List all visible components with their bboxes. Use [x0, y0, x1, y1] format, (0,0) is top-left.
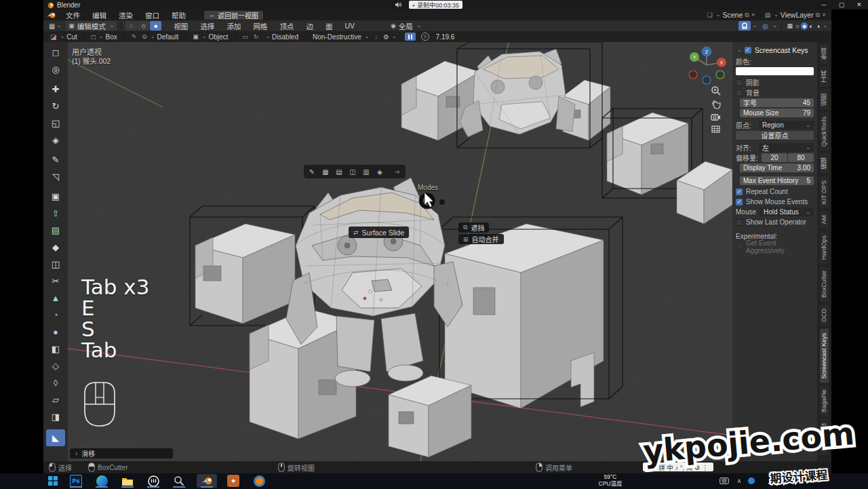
mirror-icon[interactable]: ↻	[251, 32, 262, 41]
tool-inset[interactable]: ▤	[46, 222, 65, 239]
mode-select-dropdown[interactable]: Non-Destructive ⌄	[310, 32, 372, 41]
float-bisect-icon[interactable]: ◫	[347, 166, 359, 177]
monitor-icon[interactable]: ▭	[239, 32, 251, 41]
taskbar-photoshop[interactable]: Ps	[68, 474, 84, 488]
background-checkbox[interactable]	[736, 90, 743, 96]
tool-move[interactable]: ✚	[46, 81, 65, 98]
menu-select[interactable]: 选择	[194, 21, 220, 31]
screencast-keys-enable-checkbox[interactable]: ✓	[745, 47, 751, 54]
proportional-edit-toggle[interactable]: ◎	[760, 21, 771, 31]
taskbar-search-app[interactable]	[171, 474, 187, 488]
tool-edge-slide[interactable]: ◧	[46, 340, 65, 357]
tab-screencast-keys[interactable]: Screencast Keys	[820, 329, 829, 383]
shape-dropdown[interactable]: □ ⌄ Box	[89, 32, 120, 41]
vertex-select-button[interactable]: ∴	[125, 21, 137, 31]
tool-scale[interactable]: ◱	[46, 115, 65, 132]
tool-knife[interactable]: ✂	[46, 273, 65, 290]
taskbar-blender[interactable]	[197, 474, 217, 488]
tab-view[interactable]: 视图	[820, 90, 829, 110]
cut-tool-dropdown[interactable]: ◪ ⌄ Cut	[47, 32, 80, 41]
shading-solid-button[interactable]: ●	[801, 22, 808, 30]
repeat-count-checkbox[interactable]: ✓	[736, 189, 743, 195]
download-icon[interactable]: ↓	[372, 32, 380, 41]
align-dropdown[interactable]: 左⌄	[759, 143, 814, 152]
scene-selector[interactable]: ❏ ⌄ Scene ⧉ ✕	[707, 11, 755, 19]
face-select-button[interactable]: ■	[150, 21, 161, 31]
show-last-operator-checkbox[interactable]	[736, 219, 743, 226]
tab-machin3[interactable]: MACHIN3	[820, 419, 829, 455]
tab-hardops[interactable]: HardOps	[820, 231, 829, 264]
menu-face[interactable]: 面	[319, 21, 339, 31]
display-time-slider[interactable]: Display Time3.00	[740, 163, 814, 172]
tab-edit[interactable]: 编辑	[820, 153, 829, 174]
auto-merge-toggle[interactable]: ⊞ 自动合并	[458, 234, 504, 244]
menu-edit[interactable]: 编辑	[86, 10, 113, 20]
max-event-history-field[interactable]: Max Event History5	[740, 176, 814, 185]
tab-am[interactable]: AM	[820, 211, 829, 229]
copy-icon[interactable]: ⧉	[816, 12, 820, 19]
float-checker-icon[interactable]: ▦	[319, 166, 332, 177]
offset-x-field[interactable]: 20	[762, 153, 787, 162]
get-event-aggressively-checkbox[interactable]	[736, 243, 743, 250]
tool-extrude[interactable]: ⇧	[46, 205, 65, 222]
tab-tool[interactable]: 工具	[820, 66, 829, 87]
set-origin-button[interactable]: 设置原点	[736, 131, 814, 140]
draw-icon[interactable]: ✎	[129, 32, 140, 41]
navigation-gizmo[interactable]: X Y Z	[685, 45, 728, 88]
shading-wireframe-button[interactable]: ○	[794, 22, 801, 30]
minimize-button[interactable]: ─	[815, 0, 833, 9]
ime-toolbar[interactable]: CK 拼 中 ♪ °, 简 ⚙ ⋮	[643, 463, 713, 471]
menu-help[interactable]: 帮助	[165, 10, 192, 20]
tray-blue-icon[interactable]	[743, 474, 760, 488]
menu-file[interactable]: 文件	[60, 10, 86, 20]
tab-boxcutter[interactable]: BoxCutter	[820, 267, 829, 302]
zoom-view-icon[interactable]	[711, 85, 721, 97]
tab-bagapie[interactable]: BagaPie	[820, 385, 829, 416]
tool-poly-build[interactable]: ▲	[46, 290, 65, 307]
editor-type-button[interactable]: ▦ ⌄	[46, 21, 64, 31]
menu-uv[interactable]: UV	[338, 22, 361, 30]
taskbar-blue-c-app[interactable]	[251, 474, 267, 488]
maximize-button[interactable]: ▢	[833, 0, 850, 9]
menu-render[interactable]: 渲染	[113, 10, 139, 20]
tool-annotate[interactable]: ✎	[46, 151, 65, 168]
perspective-toggle-icon[interactable]	[711, 125, 721, 135]
tool-active[interactable]: ◣	[46, 429, 65, 446]
tab-ocd[interactable]: OCD	[820, 305, 829, 326]
tool-loop-cut[interactable]: ◫	[46, 256, 65, 273]
tool-smooth[interactable]: ●	[46, 324, 65, 340]
show-mouse-events-checkbox[interactable]: ✓	[736, 199, 743, 206]
taskbar-orange-app[interactable]: ✦	[225, 474, 241, 488]
menu-vertex[interactable]: 顶点	[273, 21, 300, 31]
tool-transform[interactable]: ◈	[46, 132, 65, 149]
font-size-slider[interactable]: 字号45	[740, 98, 814, 107]
unlink-icon[interactable]: ✕	[751, 12, 755, 18]
gear-icon[interactable]: ⚙ ⌄	[380, 32, 399, 41]
menu-mesh[interactable]: 网格	[247, 21, 273, 31]
menu-view[interactable]: 视图	[167, 21, 194, 31]
mouse-mode-dropdown[interactable]: Hold Status⌄	[760, 208, 814, 216]
tool-select-box[interactable]: ◻	[46, 44, 65, 61]
tab-item[interactable]: 条目	[820, 43, 829, 64]
float-sample-icon[interactable]: ▥	[360, 166, 372, 177]
shading-material-button[interactable]: ◐	[808, 22, 814, 30]
transform-orientation-dropdown[interactable]: ◉ 全局 ⌄	[388, 21, 425, 31]
viewlayer-selector[interactable]: ▤ ⌄ ViewLayer ⧉ ✕	[765, 11, 826, 19]
start-button[interactable]	[45, 474, 61, 488]
shading-rendered-button[interactable]: ◑	[814, 22, 821, 30]
menu-edge[interactable]: 边	[300, 21, 319, 31]
pause-button[interactable]	[405, 33, 416, 41]
origin-dropdown[interactable]: Region⌄	[759, 121, 814, 130]
falloff-dropdown[interactable]: ⊙ ⌄ Default	[139, 32, 181, 41]
orientation-target-dropdown[interactable]: ▣ ⌄ Object	[190, 32, 231, 41]
copy-icon[interactable]: ⧉	[745, 12, 749, 19]
snap-toggle[interactable]	[738, 21, 751, 31]
menu-add[interactable]: 添加	[220, 21, 247, 31]
close-button[interactable]: ✕	[850, 0, 868, 9]
edge-select-button[interactable]: ◇	[138, 21, 149, 31]
float-region-icon[interactable]: ◈	[374, 166, 386, 177]
float-annotate-icon[interactable]: ✎	[306, 166, 318, 177]
tool-add-cube[interactable]: ▣	[46, 188, 65, 205]
taskbar-explorer[interactable]	[119, 474, 136, 488]
offset-y-field[interactable]: 80	[788, 153, 814, 162]
